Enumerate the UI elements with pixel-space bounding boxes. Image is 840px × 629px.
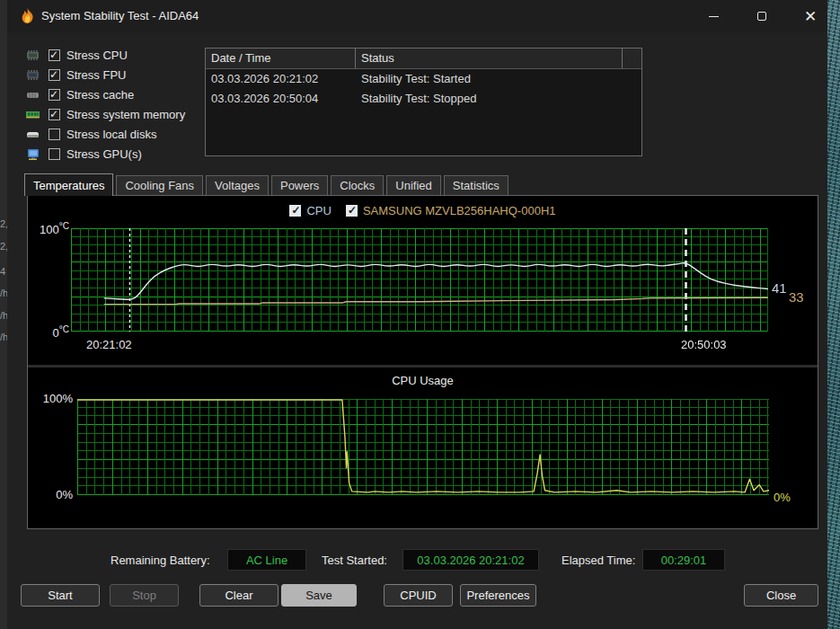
temp-ymin-label: 0°C — [28, 324, 69, 340]
tab-unified[interactable]: Unified — [386, 175, 440, 195]
clear-button[interactable]: Clear — [199, 584, 279, 607]
panel-divider — [28, 365, 818, 368]
window-titlebar[interactable]: System Stability Test - AIDA64 ✕ — [7, 0, 827, 32]
background-text-fragment: /h — [0, 310, 7, 321]
fpu-icon — [25, 68, 40, 82]
stability-test-window: System Stability Test - AIDA64 ✕ Stress … — [7, 0, 827, 629]
charts-panel: CPU SAMSUNG MZVLB256HAHQ-000H1 100°C 0°C… — [27, 195, 818, 529]
ssd-temp-value: 33 — [789, 289, 804, 305]
temp-ymax-label: 100°C — [28, 221, 69, 236]
background-text-fragment: /h — [0, 332, 7, 342]
test-started-label: Test Started: — [322, 554, 387, 567]
battery-value: AC Line — [227, 549, 306, 571]
minimize-button[interactable] — [695, 0, 731, 32]
stress-cache-row[interactable]: Stress cache — [25, 84, 185, 104]
stress-options-list: Stress CPU Stress FPU Stress cache Stres… — [25, 45, 185, 164]
cpu-usage-chart-canvas — [77, 399, 769, 495]
minimize-icon — [709, 16, 719, 17]
stress-fpu-label: Stress FPU — [66, 68, 126, 82]
stress-memory-checkbox[interactable] — [49, 109, 60, 120]
tab-cooling-fans[interactable]: Cooling Fans — [116, 175, 203, 195]
cpu-usage-value: 0% — [774, 491, 791, 504]
background-text-fragment: 2, — [0, 241, 7, 252]
cpu-temp-value: 41 — [772, 280, 787, 296]
log-column-datetime[interactable]: Date / Time — [206, 49, 356, 68]
background-text-fragment: 2, — [0, 218, 7, 229]
legend-item-cpu[interactable]: CPU — [289, 204, 331, 217]
stress-gpu-row[interactable]: Stress GPU(s) — [25, 144, 185, 164]
aida64-flame-icon — [20, 8, 35, 24]
stress-disks-checkbox[interactable] — [49, 128, 60, 140]
cache-icon — [25, 88, 40, 102]
cpu-usage-title: CPU Usage — [28, 374, 818, 387]
stress-fpu-row[interactable]: Stress FPU — [25, 65, 185, 84]
stress-memory-row[interactable]: Stress system memory — [25, 104, 185, 124]
battery-label: Remaining Battery: — [111, 554, 210, 567]
background-window-strip: 2, 2, 4 /h /h /h — [0, 0, 7, 629]
temperature-chart-canvas — [71, 228, 768, 332]
stress-cpu-checkbox[interactable] — [49, 49, 60, 61]
tab-voltages[interactable]: Voltages — [206, 175, 269, 195]
log-row-datetime: 03.03.2026 20:50:04 — [206, 89, 356, 109]
cpuid-button[interactable]: CPUID — [384, 584, 453, 607]
usage-ymax-label: 100% — [31, 392, 73, 405]
close-button[interactable]: Close — [744, 584, 818, 607]
legend-cpu-checkbox[interactable] — [289, 205, 301, 217]
save-button[interactable]: Save — [281, 584, 357, 607]
log-row-datetime: 03.03.2026 20:21:02 — [206, 69, 356, 89]
maximize-button[interactable] — [744, 0, 780, 32]
temperature-legend: CPU SAMSUNG MZVLB256HAHQ-000H1 — [28, 204, 818, 217]
background-text-fragment: /h — [0, 288, 7, 298]
tab-temperatures[interactable]: Temperatures — [24, 173, 113, 196]
stress-disks-row[interactable]: Stress local disks — [25, 124, 185, 144]
test-started-value: 03.03.2026 20:21:02 — [402, 549, 539, 571]
elapsed-time-value: 00:29:01 — [642, 549, 725, 571]
legend-ssd-checkbox[interactable] — [346, 205, 358, 217]
stop-button[interactable]: Stop — [110, 584, 179, 607]
tab-statistics[interactable]: Statistics — [444, 175, 508, 195]
cpu-icon — [25, 49, 40, 62]
stress-fpu-checkbox[interactable] — [49, 69, 60, 81]
log-row[interactable]: 03.03.2026 20:50:04 Stability Test: Stop… — [206, 89, 641, 109]
close-icon: ✕ — [804, 7, 817, 26]
stress-disks-label: Stress local disks — [66, 128, 156, 141]
usage-ymin-label: 0% — [31, 488, 73, 501]
maximize-icon — [757, 12, 766, 21]
legend-item-ssd[interactable]: SAMSUNG MZVLB256HAHQ-000H1 — [346, 204, 556, 217]
screen: 2, 2, 4 /h /h /h System Stability Test -… — [0, 0, 840, 629]
memory-icon — [25, 108, 40, 121]
log-column-status[interactable]: Status — [356, 49, 623, 68]
event-log-table: Date / Time Status 03.03.2026 20:21:02 S… — [205, 48, 642, 156]
chart-tabs: Temperatures Cooling Fans Voltages Power… — [24, 173, 511, 195]
tab-clocks[interactable]: Clocks — [331, 175, 384, 195]
stress-cache-label: Stress cache — [66, 88, 134, 102]
preferences-button[interactable]: Preferences — [460, 584, 536, 607]
window-title: System Stability Test - AIDA64 — [41, 9, 199, 22]
stress-gpu-checkbox[interactable] — [49, 148, 60, 160]
log-column-extra — [623, 49, 641, 68]
stress-cache-checkbox[interactable] — [49, 89, 60, 101]
gpu-icon — [25, 147, 40, 161]
event-log-header: Date / Time Status — [206, 49, 641, 69]
log-row-status: Stability Test: Stopped — [356, 89, 623, 109]
stress-cpu-row[interactable]: Stress CPU — [25, 45, 185, 65]
log-row-status: Stability Test: Started — [356, 69, 623, 89]
stress-memory-label: Stress system memory — [66, 108, 185, 121]
temp-start-tick: 20:21:02 — [86, 338, 132, 351]
log-row[interactable]: 03.03.2026 20:21:02 Stability Test: Star… — [206, 69, 641, 89]
temp-end-tick: 20:50:03 — [681, 338, 727, 351]
close-window-button[interactable]: ✕ — [792, 0, 828, 32]
legend-ssd-label: SAMSUNG MZVLB256HAHQ-000H1 — [363, 204, 556, 217]
elapsed-time-label: Elapsed Time: — [561, 554, 635, 567]
legend-cpu-label: CPU — [306, 204, 331, 217]
start-button[interactable]: Start — [21, 584, 100, 607]
background-text-fragment: 4 — [0, 266, 5, 277]
stress-cpu-label: Stress CPU — [66, 49, 128, 62]
tab-powers[interactable]: Powers — [271, 175, 328, 195]
stress-gpu-label: Stress GPU(s) — [66, 147, 142, 161]
disk-icon — [25, 128, 40, 141]
desktop-wallpaper — [827, 0, 840, 629]
